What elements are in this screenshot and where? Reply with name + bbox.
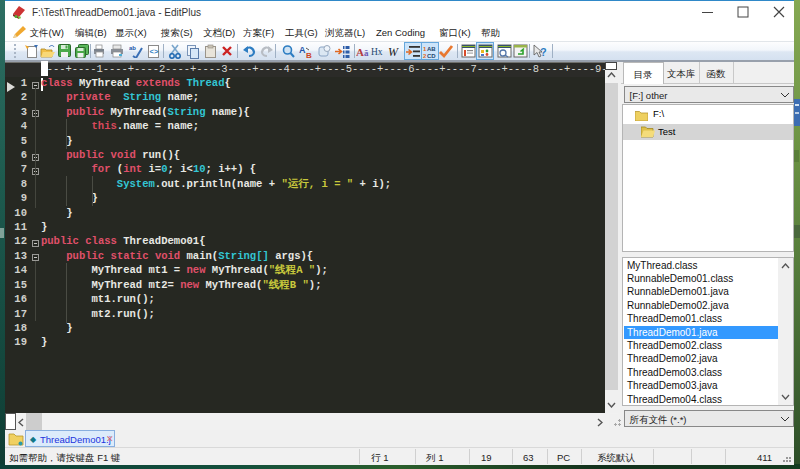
svg-text:?: ? <box>540 46 547 58</box>
svg-text:Hx: Hx <box>371 47 383 57</box>
svg-text:W: W <box>388 45 399 59</box>
svg-text:CD: CD <box>427 53 436 59</box>
svg-text:A: A <box>356 46 364 58</box>
svg-text:ã: ã <box>364 48 369 58</box>
svg-text:AB: AB <box>427 46 436 52</box>
svg-text:A: A <box>299 45 306 55</box>
svg-text:ab: ab <box>129 45 136 51</box>
svg-text:B: B <box>306 51 312 59</box>
svg-text:<>: <> <box>150 47 159 56</box>
